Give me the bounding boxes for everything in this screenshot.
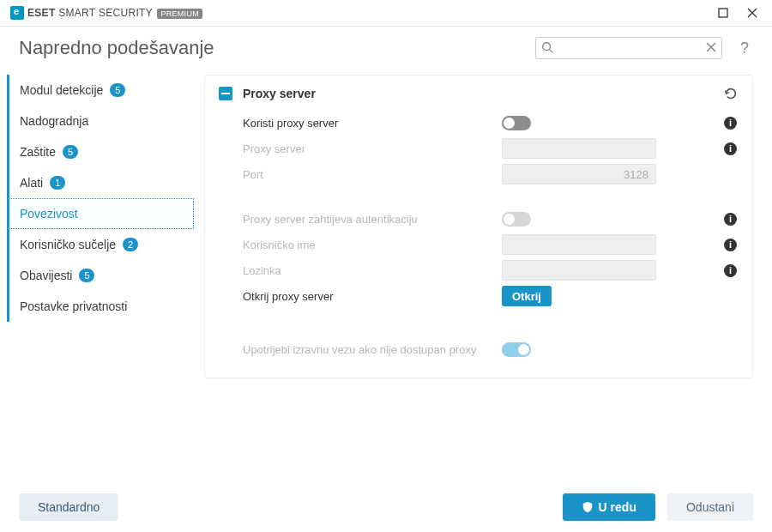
sidebar-item-label: Modul detekcije	[20, 83, 103, 97]
label-port: Port	[219, 168, 502, 181]
page-title: Napredno podešavanje	[19, 37, 525, 59]
info-icon[interactable]: i	[724, 142, 737, 155]
search-icon	[541, 41, 553, 53]
label-auth: Proxy server zahtijeva autentikaciju	[219, 213, 502, 226]
sidebar-item-label: Obavijesti	[20, 269, 72, 282]
help-button[interactable]: ?	[736, 39, 753, 57]
body: Modul detekcije 5 Nadogradnja Zaštite 5 …	[0, 75, 772, 487]
info-icon[interactable]: i	[724, 213, 737, 226]
eset-logo-icon	[10, 6, 24, 20]
window-close-button[interactable]	[738, 0, 767, 26]
brand-rest: SMART SECURITY	[58, 7, 153, 19]
input-password[interactable]	[502, 260, 656, 281]
header: Napredno podešavanje ?	[0, 27, 772, 75]
info-icon[interactable]: i	[724, 239, 737, 251]
sidebar-badge: 2	[123, 238, 138, 251]
row-use-proxy: Koristi proxy server i	[219, 110, 739, 136]
collapse-icon[interactable]	[219, 87, 232, 100]
sidebar-badge: 5	[63, 145, 78, 159]
label-username: Korisničko ime	[219, 239, 502, 251]
revert-icon[interactable]	[723, 86, 739, 101]
sidebar: Modul detekcije 5 Nadogradnja Zaštite 5 …	[0, 75, 194, 487]
ok-button[interactable]: U redu	[563, 493, 655, 521]
sidebar-item-label: Zaštite	[20, 145, 56, 159]
app-brand: ESET SMART SECURITY PREMIUM	[5, 6, 202, 20]
brand-text: ESET SMART SECURITY PREMIUM	[27, 7, 202, 19]
brand-eset: ESET	[27, 7, 56, 19]
label-use-proxy: Koristi proxy server	[219, 117, 502, 130]
info-icon[interactable]: i	[724, 117, 737, 130]
ok-label: U redu	[599, 500, 636, 514]
sidebar-item-label: Postavke privatnosti	[20, 299, 127, 313]
row-port: Port	[219, 161, 739, 187]
info-icon[interactable]: i	[724, 264, 737, 277]
titlebar: ESET SMART SECURITY PREMIUM	[0, 0, 772, 26]
proxy-panel: Proxy server Koristi proxy server i Prox…	[204, 75, 753, 378]
input-username[interactable]	[502, 234, 656, 255]
close-icon	[747, 8, 757, 18]
sidebar-item-label: Nadogradnja	[20, 114, 88, 128]
panel-title: Proxy server	[243, 87, 713, 100]
row-detect: Otkrij proxy server Otkrij	[219, 283, 739, 309]
sidebar-item-notifications[interactable]: Obavijesti 5	[7, 260, 194, 291]
sidebar-badge: 1	[50, 176, 65, 190]
label-proxy-server: Proxy server	[219, 142, 502, 155]
input-port[interactable]	[502, 164, 656, 184]
sidebar-item-label: Korisničko sučelje	[20, 238, 116, 251]
content: Proxy server Koristi proxy server i Prox…	[194, 75, 753, 487]
sidebar-item-connectivity[interactable]: Povezivost	[7, 198, 194, 229]
label-password: Lozinka	[219, 264, 502, 277]
search-wrap	[535, 37, 722, 59]
toggle-use-proxy[interactable]	[502, 116, 531, 130]
sidebar-item-update[interactable]: Nadogradnja	[7, 106, 194, 136]
shield-icon	[582, 501, 594, 513]
sidebar-item-label: Alati	[20, 176, 43, 190]
sidebar-item-privacy[interactable]: Postavke privatnosti	[7, 291, 194, 322]
row-auth: Proxy server zahtijeva autentikaciju i	[219, 206, 739, 232]
label-detect: Otkrij proxy server	[219, 290, 502, 303]
row-direct: Upotrijebi izravnu vezu ako nije dostupa…	[219, 336, 739, 362]
svg-rect-0	[719, 9, 727, 17]
sidebar-item-protections[interactable]: Zaštite 5	[7, 136, 194, 167]
sidebar-item-ui[interactable]: Korisničko sučelje 2	[7, 229, 194, 260]
svg-line-4	[550, 50, 553, 53]
footer: Standardno U redu Odustani	[0, 482, 772, 532]
sidebar-item-tools[interactable]: Alati 1	[7, 167, 194, 198]
cancel-button[interactable]: Odustani	[667, 493, 753, 521]
svg-point-3	[543, 43, 551, 51]
sidebar-item-label: Povezivost	[20, 207, 78, 221]
panel-header: Proxy server	[219, 86, 739, 101]
label-direct: Upotrijebi izravnu vezu ako nije dostupa…	[219, 343, 502, 356]
sidebar-badge: 5	[79, 269, 94, 282]
search-input[interactable]	[535, 37, 722, 59]
maximize-icon	[718, 8, 728, 18]
input-proxy-server[interactable]	[502, 138, 656, 159]
detect-button[interactable]: Otkrij	[502, 286, 552, 306]
clear-icon[interactable]	[706, 42, 716, 52]
toggle-direct	[502, 342, 531, 357]
sidebar-badge: 5	[110, 83, 125, 97]
toggle-auth	[502, 212, 531, 227]
row-proxy-server: Proxy server i	[219, 136, 739, 161]
default-button[interactable]: Standardno	[19, 493, 118, 521]
brand-badge: PREMIUM	[157, 9, 202, 19]
row-password: Lozinka i	[219, 257, 739, 283]
window-maximize-button[interactable]	[709, 0, 738, 26]
sidebar-item-detection[interactable]: Modul detekcije 5	[7, 75, 194, 106]
row-username: Korisničko ime i	[219, 232, 739, 257]
